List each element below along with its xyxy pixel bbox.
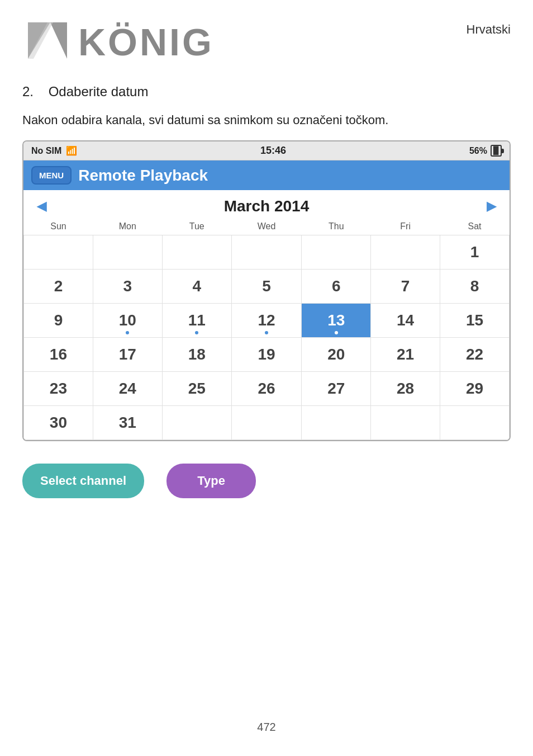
calendar-day-cell[interactable]: 15 [440, 304, 510, 338]
phone-frame: No SIM 📶 15:46 56% ▉ MENU Remote Playbac… [22, 140, 511, 441]
weekday-wed: Wed [231, 218, 302, 235]
weekday-mon: Mon [93, 218, 162, 235]
calendar-day-cell[interactable]: 31 [93, 406, 162, 440]
calendar-day-cell[interactable]: 6 [302, 270, 371, 304]
calendar-day-cell [302, 235, 371, 270]
app-header: MENU Remote Playback [23, 160, 510, 190]
calendar-day-cell[interactable]: 16 [24, 338, 93, 372]
page-number: 472 [257, 721, 275, 733]
calendar-nav: ◀ March 2014 ▶ [23, 190, 510, 218]
calendar-day-cell[interactable]: 26 [231, 372, 302, 406]
section-number: 2. [22, 84, 34, 99]
type-button[interactable]: Type [166, 464, 256, 498]
calendar-day-cell [162, 235, 231, 270]
status-bar: No SIM 📶 15:46 56% ▉ [23, 141, 510, 160]
calendar-day-cell [371, 406, 440, 440]
calendar-day-cell[interactable]: 30 [24, 406, 93, 440]
calendar-day-cell[interactable]: 9 [24, 304, 93, 338]
calendar-day-cell[interactable]: 18 [162, 338, 231, 372]
calendar-week-row: 9101112131415 [24, 304, 510, 338]
calendar-day-cell[interactable]: 7 [371, 270, 440, 304]
calendar-day-cell[interactable]: 24 [93, 372, 162, 406]
weekday-sat: Sat [440, 218, 510, 235]
calendar-day-cell[interactable]: 1 [440, 235, 510, 270]
calendar-day-cell[interactable]: 20 [302, 338, 371, 372]
logo-text: KÖNIG [78, 20, 214, 64]
calendar-day-cell[interactable]: 2 [24, 270, 93, 304]
description-text: Nakon odabira kanala, svi datumi sa snim… [0, 105, 533, 140]
language-label: Hrvatski [467, 17, 511, 37]
calendar-day-cell [24, 235, 93, 270]
calendar-day-cell [231, 235, 302, 270]
battery-icon: ▉ [491, 145, 502, 157]
calendar-day-cell[interactable]: 14 [371, 304, 440, 338]
status-right: 56% ▉ [469, 145, 502, 157]
app-title: Remote Playback [78, 167, 208, 185]
logo-container: KÖNIG [22, 17, 214, 67]
calendar-day-cell[interactable]: 17 [93, 338, 162, 372]
select-channel-button[interactable]: Select channel [22, 464, 144, 498]
calendar-day-cell [231, 406, 302, 440]
calendar-day-cell[interactable]: 13 [302, 304, 371, 338]
weekday-fri: Fri [371, 218, 440, 235]
buttons-row: Select channel Type [0, 441, 533, 521]
calendar-grid: Sun Mon Tue Wed Thu Fri Sat 123456789101… [23, 218, 510, 440]
calendar-day-cell [162, 406, 231, 440]
calendar-day-cell[interactable]: 4 [162, 270, 231, 304]
calendar-week-row: 2345678 [24, 270, 510, 304]
calendar-week-row: 23242526272829 [24, 372, 510, 406]
status-time: 15:46 [260, 145, 286, 157]
calendar-day-cell[interactable]: 11 [162, 304, 231, 338]
network-label: No SIM [31, 146, 61, 156]
calendar-day-cell[interactable]: 23 [24, 372, 93, 406]
calendar-week-row: 3031 [24, 406, 510, 440]
menu-button[interactable]: MENU [31, 166, 72, 185]
wifi-icon: 📶 [66, 145, 77, 156]
weekday-sun: Sun [24, 218, 93, 235]
calendar-day-cell[interactable]: 21 [371, 338, 440, 372]
prev-month-button[interactable]: ◀ [32, 197, 51, 216]
weekday-tue: Tue [162, 218, 231, 235]
calendar-day-cell[interactable]: 25 [162, 372, 231, 406]
calendar-day-cell[interactable]: 28 [371, 372, 440, 406]
calendar-day-cell[interactable]: 19 [231, 338, 302, 372]
section-title: Odaberite datum [49, 84, 149, 99]
calendar-day-cell [440, 406, 510, 440]
status-left: No SIM 📶 [31, 145, 77, 156]
calendar-day-cell[interactable]: 29 [440, 372, 510, 406]
calendar-day-cell[interactable]: 8 [440, 270, 510, 304]
recording-dot [126, 331, 129, 334]
weekday-thu: Thu [302, 218, 371, 235]
recording-dot [335, 331, 338, 334]
calendar-day-cell[interactable]: 12 [231, 304, 302, 338]
page-header: KÖNIG Hrvatski [0, 0, 533, 73]
recording-dot [265, 331, 268, 334]
calendar-container: ◀ March 2014 ▶ Sun Mon Tue Wed Thu Fri S… [23, 190, 510, 440]
calendar-week-row: 1 [24, 235, 510, 270]
calendar-day-cell [93, 235, 162, 270]
calendar-day-cell [371, 235, 440, 270]
calendar-week-row: 16171819202122 [24, 338, 510, 372]
section-heading: 2. Odaberite datum [0, 73, 533, 105]
calendar-day-cell[interactable]: 10 [93, 304, 162, 338]
page-footer: 472 [0, 710, 533, 745]
calendar-day-cell[interactable]: 3 [93, 270, 162, 304]
konig-logo-icon [22, 17, 73, 67]
recording-dot [195, 331, 198, 334]
battery-label: 56% [469, 146, 487, 156]
next-month-button[interactable]: ▶ [482, 197, 501, 216]
calendar-day-cell[interactable]: 27 [302, 372, 371, 406]
calendar-day-cell[interactable]: 22 [440, 338, 510, 372]
weekday-header-row: Sun Mon Tue Wed Thu Fri Sat [24, 218, 510, 235]
calendar-day-cell[interactable]: 5 [231, 270, 302, 304]
calendar-day-cell [302, 406, 371, 440]
calendar-month-title: March 2014 [224, 197, 310, 215]
